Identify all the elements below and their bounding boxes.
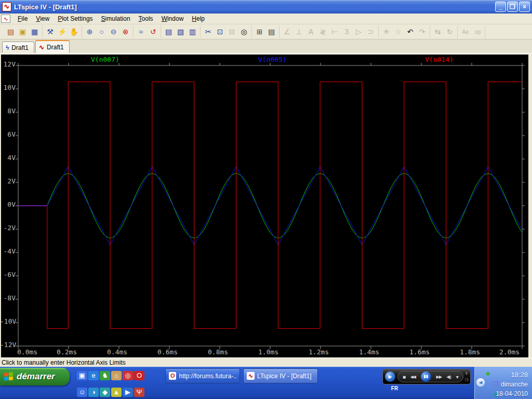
undo-icon[interactable]: ↶	[404, 26, 416, 37]
paste-icon: ⊟	[226, 26, 238, 37]
tile-windows-icon[interactable]: ▤	[163, 26, 175, 37]
menu-plot-settings[interactable]: Plot Settings	[54, 14, 97, 23]
title-bar: ∿ LTspice IV - [Draft1] _❐×	[0, 0, 532, 14]
quicklaunch-messenger-icon[interactable]: ☺	[77, 388, 87, 397]
x-tick-label: 2.0ms	[499, 348, 523, 356]
volume-dropdown-icon[interactable]: ▾	[456, 374, 458, 380]
quicklaunch-yellow-icon[interactable]: ▲	[111, 388, 122, 397]
text-icon: Aa	[459, 26, 471, 37]
quicklaunch-w-icon[interactable]: Ψ	[134, 388, 144, 397]
menu-file[interactable]: File	[14, 14, 32, 23]
toolbar: ▤▣▦⚒⚡✋⊕○⊖⊗≈↺▤▧▥✂⊡⊟◎⊞▤∠⊥A≷⊢3▷⊃✳☆↶↷⇆↻Aa.op	[0, 24, 532, 39]
y-tick-label: -12V	[0, 341, 16, 349]
trace-legend-V(n005)[interactable]: V(n005)	[258, 56, 287, 63]
new-schematic-icon[interactable]: ▤	[5, 26, 17, 37]
plot-axis-box	[18, 65, 522, 346]
pause-button[interactable]: ▮▮	[421, 371, 431, 382]
minimize-button[interactable]: _	[495, 2, 506, 12]
print-preview-icon[interactable]: ⊞	[254, 26, 265, 37]
windows-flag-icon	[4, 372, 14, 381]
language-indicator[interactable]: FR	[389, 384, 400, 393]
x-tick-label: 1.2ms	[309, 348, 332, 356]
tab-label: Draft1	[11, 44, 29, 51]
menu-simulation[interactable]: Simulation	[97, 14, 135, 23]
quicklaunch-desktop-icon[interactable]: ▣	[77, 371, 87, 380]
close-button[interactable]: ×	[519, 2, 530, 12]
x-tick-label: 1.8ms	[460, 348, 484, 356]
capacitor-icon: ⊢	[329, 26, 341, 37]
quicklaunch-red-circle-icon[interactable]: ◎	[123, 371, 133, 380]
copy-icon[interactable]: ⊡	[214, 26, 226, 37]
restore-button[interactable]: ❐	[507, 2, 518, 12]
label-net-icon: A	[305, 26, 317, 37]
tab-draft1-2[interactable]: ∿Draft1	[35, 40, 70, 53]
zoom-full-extents-icon[interactable]: ⊗	[119, 26, 131, 37]
zoom-out-icon[interactable]: ⊖	[108, 26, 119, 37]
ground-icon: ⊥	[293, 26, 305, 37]
y-tick-label: 6V	[0, 130, 16, 138]
tray-collapse-chevron-icon[interactable]: ◀	[476, 378, 485, 387]
x-tick-label: 0.8ms	[208, 348, 232, 356]
y-tick-label: 0V	[0, 201, 16, 208]
autorange-plot-icon[interactable]: ≈	[135, 26, 147, 37]
menu-window[interactable]: Window	[157, 14, 188, 23]
wmp-logo-icon[interactable]: ▶	[385, 371, 395, 382]
control-panel-hammer-icon[interactable]: ⚒	[44, 26, 56, 37]
resistor-icon: ≷	[317, 26, 329, 37]
clock-day[interactable]: dimanche	[501, 381, 528, 388]
status-bar[interactable]: Click to manually enter Horizontal Axis …	[0, 357, 532, 367]
trace-legend-V(n007)[interactable]: V(n007)	[91, 56, 119, 63]
zoom-in-icon[interactable]: ⊕	[84, 26, 96, 37]
wmp-expand-icon[interactable]: ⇕	[465, 371, 468, 376]
tab-draft1-1[interactable]: ϟDraft1	[2, 42, 34, 53]
tab-bar: ϟDraft1∿Draft1	[0, 39, 532, 54]
next-button[interactable]: ▶▶	[436, 375, 441, 379]
wire-icon: ∠	[281, 26, 293, 37]
y-tick-label: -6V	[0, 271, 16, 278]
y-tick-label: -4V	[0, 247, 16, 255]
menu-tools[interactable]: Tools	[135, 14, 157, 23]
y-tick-label: -2V	[0, 224, 16, 232]
plot-pan-icon[interactable]: ↺	[147, 26, 159, 37]
find-icon[interactable]: ◎	[238, 26, 250, 37]
quicklaunch-chat-icon[interactable]: ◆	[100, 388, 110, 397]
taskbar-button-2[interactable]: ∿LTspice IV - [Draft1]	[243, 368, 318, 383]
quicklaunch-ie-icon[interactable]: e	[88, 371, 99, 380]
run-icon[interactable]: ⚡	[56, 26, 68, 37]
taskbar: démarrer ▣e♞⌂◎O☺◑◆▲▶Ψ Ohttp://forums.fut…	[0, 367, 532, 399]
cut-icon[interactable]: ✂	[202, 26, 214, 37]
start-button[interactable]: démarrer	[0, 368, 70, 385]
wmp-restore-icon[interactable]: ❐	[465, 378, 468, 382]
ltspice-window: ∿ LTspice IV - [Draft1] _❐× ∿ FileViewPl…	[0, 0, 532, 399]
rotate-icon: ↻	[444, 26, 456, 37]
quicklaunch-home-icon[interactable]: ⌂	[111, 371, 122, 380]
y-tick-label: 4V	[0, 154, 16, 162]
stop-button[interactable]: ■	[403, 374, 405, 380]
media-player-toolbar: ▶ ■ ◀◀ ▮▮ ▶▶ ◀)) ▾ ⇕ ❐	[382, 369, 471, 384]
quicklaunch-player-icon[interactable]: ▶	[123, 388, 133, 397]
previous-button[interactable]: ◀◀	[410, 375, 416, 379]
trace-legend-V(n014)[interactable]: V(n014)	[425, 56, 454, 63]
cascade-windows-icon[interactable]: ▧	[175, 26, 187, 37]
zoom-area-icon[interactable]: ○	[96, 26, 108, 37]
save-icon[interactable]: ▦	[29, 26, 41, 37]
open-file-icon[interactable]: ▣	[17, 26, 29, 37]
tray-messenger-icon[interactable]: ☻	[485, 370, 491, 377]
quicklaunch-opera-icon[interactable]: O	[134, 371, 144, 380]
menu-help[interactable]: Help	[188, 14, 209, 23]
quicklaunch-blue-orb-icon[interactable]: ◑	[88, 388, 99, 397]
menu-view[interactable]: View	[32, 14, 54, 23]
taskbar-button-label: http://forums.futura-...	[179, 373, 236, 380]
drag-hand-icon: ☆	[392, 26, 404, 37]
volume-button[interactable]: ◀))	[447, 375, 451, 379]
tray-display-icon[interactable]: ❒	[493, 380, 499, 388]
clock-date[interactable]: 18-04-2010	[496, 390, 528, 397]
arrange-windows-icon[interactable]: ▥	[187, 26, 198, 37]
start-button-label: démarrer	[17, 371, 55, 382]
waveform-plot[interactable]	[18, 65, 522, 346]
quicklaunch-parrot-icon[interactable]: ♞	[100, 371, 110, 380]
clock-time[interactable]: 18:28	[511, 371, 528, 379]
plot-background[interactable]	[1, 55, 528, 357]
taskbar-button-1[interactable]: Ohttp://forums.futura-...	[165, 368, 240, 383]
print-icon[interactable]: ▤	[265, 26, 277, 37]
